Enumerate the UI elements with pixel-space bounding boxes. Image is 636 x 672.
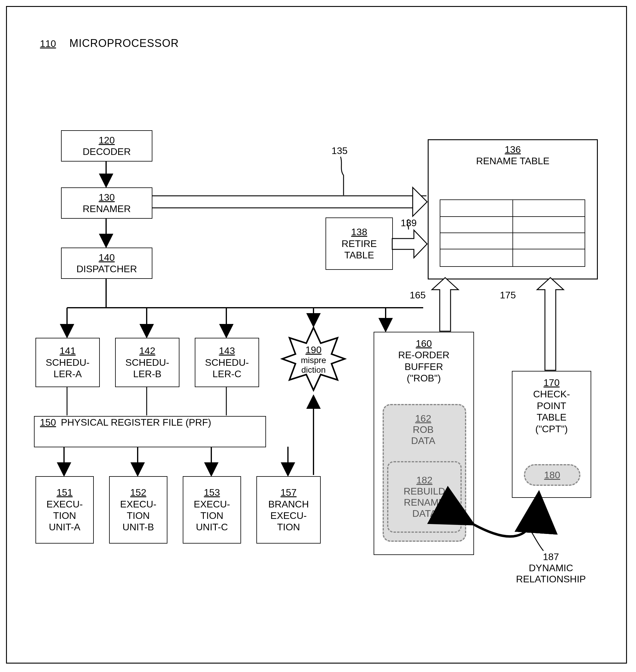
decoder-box: 120 DECODER (61, 130, 152, 161)
cpt-ref: 170 (513, 377, 591, 388)
scheduler-b-box: 142 SCHEDU- LER-B (115, 338, 179, 387)
rob-label: RE-ORDER BUFFER ("ROB") (374, 349, 473, 384)
decoder-ref: 120 (62, 134, 152, 146)
branch-ref: 157 (257, 487, 320, 498)
dynamic-label-group: 187 DYNAMIC RELATIONSHIP (500, 551, 602, 585)
rebuild-box: 182 REBUILD RENAME DATA (387, 461, 462, 533)
exec-a-ref: 151 (36, 487, 93, 498)
prf-label: PHYSICAL REGISTER FILE (PRF) (61, 417, 211, 447)
cpt-oval: 180 (524, 464, 580, 486)
rob-data-label: ROB DATA (389, 424, 458, 446)
exec-c-label: EXECU- TION UNIT-C (183, 498, 240, 533)
rename-table-label: RENAME TABLE (429, 155, 597, 167)
renamer-label: RENAMER (62, 203, 152, 214)
dispatcher-box: 140 DISPATCHER (61, 248, 152, 279)
exec-b-box: 152 EXECU- TION UNIT-B (109, 476, 167, 543)
branch-label: BRANCH EXECU- TION (257, 498, 320, 533)
exec-b-ref: 152 (110, 487, 167, 498)
retire-label: RETIRE TABLE (326, 238, 392, 261)
sched-c-ref: 143 (195, 345, 258, 357)
rob-data-ref: 162 (389, 413, 458, 424)
branch-box: 157 BRANCH EXECU- TION (256, 476, 321, 543)
rebuild-label: REBUILD RENAME DATA (388, 486, 460, 519)
exec-a-label: EXECU- TION UNIT-A (36, 498, 93, 533)
rebuild-ref: 182 (388, 475, 460, 486)
renamer-ref: 130 (62, 192, 152, 203)
mispre-ref: 190 (280, 344, 346, 356)
rob-ref: 160 (374, 338, 473, 349)
fig-title: MICROPROCESSOR (69, 37, 179, 49)
renamer-box: 130 RENAMER (61, 187, 152, 219)
prf-ref: 150 (40, 417, 56, 447)
dispatcher-ref: 140 (62, 252, 152, 263)
arrow-139-label: 139 (401, 217, 417, 229)
arrow-175-label: 175 (500, 290, 516, 301)
dynamic-label: DYNAMIC RELATIONSHIP (500, 562, 602, 585)
exec-c-box: 153 EXECU- TION UNIT-C (183, 476, 241, 543)
cpt-label: CHECK- POINT TABLE ("CPT") (513, 388, 591, 435)
prf-box: 150 PHYSICAL REGISTER FILE (PRF) (34, 416, 266, 447)
rename-table-ref: 136 (429, 144, 597, 155)
svg-marker-23 (152, 188, 427, 216)
arrow-135-label: 135 (332, 145, 347, 156)
scheduler-c-box: 143 SCHEDU- LER-C (195, 338, 259, 387)
retire-table-box: 138 RETIRE TABLE (325, 217, 393, 270)
exec-a-box: 151 EXECU- TION UNIT-A (36, 476, 94, 543)
sched-b-ref: 142 (116, 345, 179, 357)
microprocessor-figure: 110 MICROPROCESSOR 120 DECODER 130 RENAM… (6, 6, 627, 664)
figure-header: 110 MICROPROCESSOR (40, 37, 179, 50)
cpt-oval-ref: 180 (544, 469, 560, 481)
dynamic-ref: 187 (500, 551, 602, 562)
sched-a-label: SCHEDU- LER-A (36, 357, 99, 380)
scheduler-a-box: 141 SCHEDU- LER-A (36, 338, 100, 387)
sched-b-label: SCHEDU- LER-B (116, 357, 179, 380)
exec-b-label: EXECU- TION UNIT-B (110, 498, 167, 533)
retire-ref: 138 (326, 226, 392, 238)
arrow-165-label: 165 (410, 290, 425, 301)
mispre-label: mispre diction (280, 356, 346, 375)
misprediction-star: 190 mispre diction (280, 326, 346, 392)
rob-data-box: 162 ROB DATA (389, 413, 458, 446)
sched-a-ref: 141 (36, 345, 99, 357)
rename-table-grid (440, 199, 585, 267)
exec-c-ref: 153 (183, 487, 240, 498)
dispatcher-label: DISPATCHER (62, 263, 152, 275)
decoder-label: DECODER (62, 146, 152, 157)
sched-c-label: SCHEDU- LER-C (195, 357, 258, 380)
fig-ref: 110 (40, 38, 56, 49)
